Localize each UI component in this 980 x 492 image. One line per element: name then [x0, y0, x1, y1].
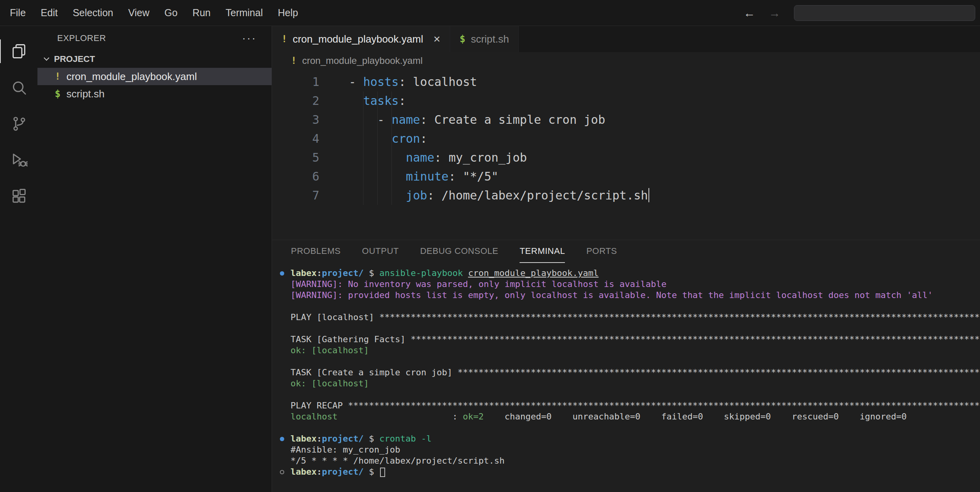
token: labex: [291, 434, 317, 444]
terminal-gutter: [272, 433, 291, 444]
token: PLAY [localhost] ***********************…: [291, 312, 980, 322]
terminal-gutter: [272, 356, 291, 367]
token: :: [337, 412, 463, 421]
panel-tab-output[interactable]: OUTPUT: [362, 240, 399, 263]
nav-forward-button[interactable]: →: [769, 6, 781, 20]
editor-cursor: [648, 188, 649, 202]
token: name: [406, 151, 434, 164]
token: [349, 94, 363, 108]
menu-item-help[interactable]: Help: [270, 0, 306, 26]
tab-close-button[interactable]: ×: [433, 32, 440, 46]
code-text: - hosts: localhost: [349, 73, 477, 91]
token: cron_module_playbook.yaml: [468, 268, 598, 278]
menu-item-go[interactable]: Go: [157, 0, 185, 26]
terminal-text: [WARNING]: No inventory was parsed, only…: [291, 279, 980, 290]
extensions-icon[interactable]: [0, 178, 37, 214]
panel-tabs: PROBLEMSOUTPUTDEBUG CONSOLETERMINALPORTS: [272, 240, 980, 263]
file-list: !cron_module_playbook.yaml$script.sh: [37, 68, 272, 102]
menu-item-view[interactable]: View: [121, 0, 157, 26]
terminal-text: ok: [localhost]: [291, 345, 980, 356]
terminal-line: PLAY RECAP *****************************…: [272, 400, 980, 411]
line-number: 3: [272, 110, 319, 129]
token: tasks: [363, 94, 399, 108]
sidebar-header: EXPLORER ···: [37, 26, 272, 50]
breadcrumb-file-label: cron_module_playbook.yaml: [302, 55, 423, 66]
panel-tab-ports[interactable]: PORTS: [586, 240, 617, 263]
token: project/: [322, 434, 363, 444]
code-line[interactable]: 1- hosts: localhost: [272, 73, 980, 91]
token: TASK [Gathering Facts] *****************…: [291, 334, 980, 344]
terminal-gutter: [272, 345, 291, 356]
terminal-content[interactable]: labex:project/ $ ansible-playbook cron_m…: [272, 263, 980, 492]
line-number: 1: [272, 73, 319, 91]
terminal-text: [291, 356, 980, 367]
file-type-icon: !: [55, 71, 60, 82]
line-number: 5: [272, 148, 319, 167]
terminal-line: TASK [Gathering Facts] *****************…: [272, 334, 980, 345]
token: my_cron_job: [449, 151, 527, 164]
run-debug-icon[interactable]: [0, 142, 37, 178]
menu-item-run[interactable]: Run: [185, 0, 218, 26]
command-decoration-icon[interactable]: [280, 470, 284, 474]
menu-item-selection[interactable]: Selection: [65, 0, 121, 26]
file-label: script.sh: [66, 88, 104, 100]
breadcrumb[interactable]: ! cron_module_playbook.yaml: [272, 52, 980, 69]
file-item-cron_module_playbook.yaml[interactable]: !cron_module_playbook.yaml: [37, 68, 272, 85]
project-section-header[interactable]: PROJECT: [37, 50, 272, 68]
token: :: [427, 188, 442, 202]
panel: PROBLEMSOUTPUTDEBUG CONSOLETERMINALPORTS…: [272, 240, 980, 492]
panel-tab-debug-console[interactable]: DEBUG CONSOLE: [420, 240, 498, 263]
token: project/: [322, 268, 363, 278]
menu-bar: FileEditSelectionViewGoRunTerminalHelp ←…: [0, 0, 980, 26]
code-line[interactable]: 2 tasks:: [272, 91, 980, 110]
terminal-gutter: [272, 334, 291, 345]
token: :: [449, 170, 463, 183]
code-line[interactable]: 6 minute: "*/5": [272, 167, 980, 186]
vscode-window: FileEditSelectionViewGoRunTerminalHelp ←…: [0, 0, 980, 492]
terminal-line: TASK [Create a simple cron job] ********…: [272, 367, 980, 378]
tab-cron_module_playbook.yaml[interactable]: !cron_module_playbook.yaml×: [272, 26, 450, 52]
menu-item-file[interactable]: File: [2, 0, 33, 26]
code-text: cron:: [349, 129, 427, 148]
token: :: [434, 151, 449, 164]
command-decoration-icon[interactable]: [280, 271, 284, 276]
code-line[interactable]: 4 cron:: [272, 129, 980, 148]
menu-item-edit[interactable]: Edit: [33, 0, 65, 26]
menu-item-terminal[interactable]: Terminal: [218, 0, 270, 26]
panel-tab-terminal[interactable]: TERMINAL: [520, 240, 565, 263]
token: :: [317, 268, 322, 278]
sidebar-actions-button[interactable]: ···: [242, 32, 257, 45]
command-decoration-icon[interactable]: [280, 437, 284, 441]
token: hosts: [363, 75, 399, 89]
terminal-text: [291, 422, 980, 433]
token: -: [349, 75, 363, 89]
token: Create a simple cron job: [434, 113, 605, 127]
explorer-title: EXPLORER: [57, 33, 106, 43]
terminal-text: TASK [Gathering Facts] *****************…: [291, 334, 980, 345]
line-number: 2: [272, 91, 319, 110]
panel-tab-problems[interactable]: PROBLEMS: [291, 240, 341, 263]
token: project/: [322, 467, 363, 477]
source-control-icon[interactable]: [0, 106, 37, 142]
code-line[interactable]: 5 name: my_cron_job: [272, 148, 980, 167]
terminal-gutter: [272, 466, 291, 477]
token: changed=0 unreachable=0 failed=0 skipped…: [484, 412, 907, 421]
tab-script.sh[interactable]: $script.sh: [450, 26, 519, 52]
line-number: 7: [272, 186, 319, 205]
indent-guide: [377, 91, 378, 205]
terminal-line: #Ansible: my_cron_job: [272, 444, 980, 455]
code-editor[interactable]: 1- hosts: localhost2 tasks:3 - name: Cre…: [272, 69, 980, 240]
token: ok: [localhost]: [291, 378, 369, 388]
token: ok: [localhost]: [291, 345, 369, 355]
code-line[interactable]: 7 job: /home/labex/project/script.sh: [272, 186, 980, 205]
terminal-gutter: [272, 411, 291, 422]
file-item-script.sh[interactable]: $script.sh: [37, 85, 272, 102]
menubar-search-input[interactable]: [794, 5, 975, 21]
token: */5 * * * * /home/labex/project/script.s…: [291, 456, 505, 466]
terminal-line: [272, 356, 980, 367]
code-line[interactable]: 3 - name: Create a simple cron job: [272, 110, 980, 129]
explorer-icon[interactable]: [0, 33, 37, 69]
search-icon[interactable]: [0, 69, 37, 106]
terminal-gutter: [272, 389, 291, 400]
nav-back-button[interactable]: ←: [743, 6, 755, 20]
